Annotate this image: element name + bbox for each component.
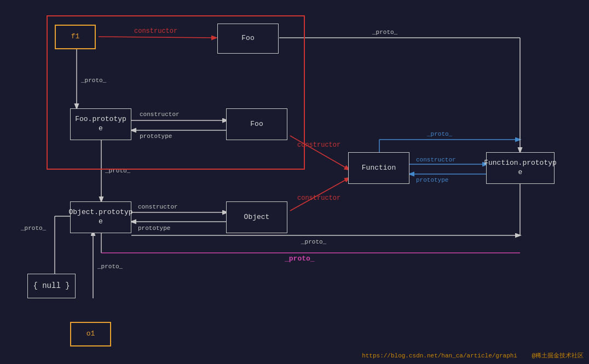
svg-text:_proto_: _proto_ bbox=[20, 225, 47, 232]
node-function: Function bbox=[348, 152, 409, 184]
watermark: https://blog.csdn.net/han_ca/article/gra… bbox=[362, 351, 584, 360]
node-foo-mid: Foo bbox=[226, 108, 287, 140]
node-foo-top: Foo bbox=[217, 24, 279, 54]
watermark-url: https://blog.csdn.net/han_ca/article/gra… bbox=[362, 353, 517, 359]
svg-text:constructor: constructor bbox=[416, 157, 456, 163]
diagram-container: constructor _proto_ constructor prototyp… bbox=[0, 0, 589, 364]
node-null: { null } bbox=[27, 274, 76, 298]
svg-text:constructor: constructor bbox=[297, 194, 340, 202]
svg-text:_proto_: _proto_ bbox=[426, 131, 453, 137]
svg-text:_proto_: _proto_ bbox=[372, 29, 398, 36]
svg-text:_proto_: _proto_ bbox=[301, 239, 327, 245]
svg-text:prototype: prototype bbox=[138, 225, 170, 232]
svg-text:_proto_: _proto_ bbox=[284, 255, 315, 263]
svg-text:constructor: constructor bbox=[138, 204, 178, 210]
watermark-brand: @稀土掘金技术社区 bbox=[532, 353, 584, 359]
node-object: Object bbox=[226, 201, 287, 233]
node-foo-prototype: Foo.prototype bbox=[70, 108, 131, 140]
node-function-prototype: Function.prototype bbox=[486, 152, 555, 184]
svg-text:_proto_: _proto_ bbox=[97, 263, 123, 270]
node-f1: f1 bbox=[55, 25, 96, 49]
node-object-prototype: Object.prototype bbox=[70, 201, 131, 233]
node-o1: o1 bbox=[70, 322, 111, 346]
svg-text:prototype: prototype bbox=[416, 177, 448, 183]
